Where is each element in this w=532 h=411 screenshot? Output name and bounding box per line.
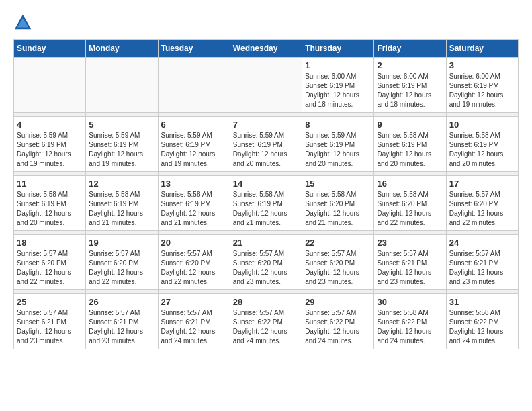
day-number: 9	[377, 120, 443, 130]
day-info: Sunrise: 5:58 AMSunset: 6:19 PMDaylight:…	[89, 190, 154, 228]
day-info: Sunrise: 5:58 AMSunset: 6:19 PMDaylight:…	[449, 131, 515, 169]
day-info: Sunrise: 5:58 AMSunset: 6:19 PMDaylight:…	[161, 190, 227, 228]
calendar-cell: 29Sunrise: 5:57 AMSunset: 6:22 PMDayligh…	[302, 294, 374, 349]
day-number: 13	[161, 179, 227, 189]
day-info: Sunrise: 5:58 AMSunset: 6:19 PMDaylight:…	[233, 190, 299, 228]
day-number: 30	[377, 297, 443, 307]
day-number: 8	[305, 120, 371, 130]
day-info: Sunrise: 5:57 AMSunset: 6:20 PMDaylight:…	[233, 249, 299, 287]
day-number: 29	[305, 297, 371, 307]
calendar-cell: 27Sunrise: 5:57 AMSunset: 6:21 PMDayligh…	[158, 294, 230, 349]
day-number: 20	[161, 238, 227, 248]
day-number: 12	[89, 179, 154, 189]
day-info: Sunrise: 5:58 AMSunset: 6:19 PMDaylight:…	[377, 131, 443, 169]
calendar-header-row: SundayMondayTuesdayWednesdayThursdayFrid…	[14, 40, 519, 58]
calendar-cell: 18Sunrise: 5:57 AMSunset: 6:20 PMDayligh…	[14, 235, 86, 290]
calendar-cell: 21Sunrise: 5:57 AMSunset: 6:20 PMDayligh…	[230, 235, 302, 290]
weekday-header-saturday: Saturday	[446, 40, 518, 58]
calendar-cell	[230, 58, 302, 113]
day-number: 1	[305, 60, 371, 71]
calendar-cell: 3Sunrise: 6:00 AMSunset: 6:19 PMDaylight…	[446, 58, 518, 113]
calendar-cell: 9Sunrise: 5:58 AMSunset: 6:19 PMDaylight…	[374, 117, 446, 172]
day-info: Sunrise: 5:58 AMSunset: 6:20 PMDaylight:…	[305, 190, 371, 228]
calendar-cell	[86, 58, 158, 113]
day-number: 25	[17, 297, 83, 307]
calendar-cell: 8Sunrise: 5:59 AMSunset: 6:19 PMDaylight…	[302, 117, 374, 172]
day-number: 5	[89, 120, 154, 130]
day-info: Sunrise: 5:57 AMSunset: 6:20 PMDaylight:…	[305, 249, 371, 287]
day-number: 24	[449, 238, 515, 248]
day-info: Sunrise: 5:57 AMSunset: 6:21 PMDaylight:…	[89, 308, 154, 346]
calendar-cell: 13Sunrise: 5:58 AMSunset: 6:19 PMDayligh…	[158, 176, 230, 231]
calendar-cell: 23Sunrise: 5:57 AMSunset: 6:21 PMDayligh…	[374, 235, 446, 290]
day-info: Sunrise: 5:58 AMSunset: 6:19 PMDaylight:…	[17, 190, 83, 228]
weekday-header-thursday: Thursday	[302, 40, 374, 58]
weekday-header-tuesday: Tuesday	[158, 40, 230, 58]
day-info: Sunrise: 5:57 AMSunset: 6:21 PMDaylight:…	[449, 249, 515, 287]
day-info: Sunrise: 5:58 AMSunset: 6:22 PMDaylight:…	[449, 308, 515, 346]
day-info: Sunrise: 5:58 AMSunset: 6:20 PMDaylight:…	[377, 190, 443, 228]
calendar-cell: 1Sunrise: 6:00 AMSunset: 6:19 PMDaylight…	[302, 58, 374, 113]
day-info: Sunrise: 5:57 AMSunset: 6:21 PMDaylight:…	[377, 249, 443, 287]
calendar-cell: 14Sunrise: 5:58 AMSunset: 6:19 PMDayligh…	[230, 176, 302, 231]
day-info: Sunrise: 5:57 AMSunset: 6:21 PMDaylight:…	[17, 308, 83, 346]
day-number: 31	[449, 297, 515, 307]
calendar-cell: 5Sunrise: 5:59 AMSunset: 6:19 PMDaylight…	[86, 117, 158, 172]
weekday-header-wednesday: Wednesday	[230, 40, 302, 58]
day-info: Sunrise: 5:57 AMSunset: 6:20 PMDaylight:…	[89, 249, 154, 287]
calendar-cell	[158, 58, 230, 113]
day-info: Sunrise: 5:59 AMSunset: 6:19 PMDaylight:…	[233, 131, 299, 169]
day-number: 19	[89, 238, 154, 248]
day-info: Sunrise: 5:57 AMSunset: 6:20 PMDaylight:…	[161, 249, 227, 287]
day-info: Sunrise: 5:57 AMSunset: 6:22 PMDaylight:…	[233, 308, 299, 346]
calendar-cell: 15Sunrise: 5:58 AMSunset: 6:20 PMDayligh…	[302, 176, 374, 231]
day-number: 23	[377, 238, 443, 248]
weekday-header-friday: Friday	[374, 40, 446, 58]
day-info: Sunrise: 5:57 AMSunset: 6:20 PMDaylight:…	[449, 190, 515, 228]
calendar-cell: 20Sunrise: 5:57 AMSunset: 6:20 PMDayligh…	[158, 235, 230, 290]
calendar-cell: 2Sunrise: 6:00 AMSunset: 6:19 PMDaylight…	[374, 58, 446, 113]
day-number: 21	[233, 238, 299, 248]
day-info: Sunrise: 6:00 AMSunset: 6:19 PMDaylight:…	[305, 72, 371, 109]
calendar-cell: 11Sunrise: 5:58 AMSunset: 6:19 PMDayligh…	[14, 176, 86, 231]
calendar-cell: 19Sunrise: 5:57 AMSunset: 6:20 PMDayligh…	[86, 235, 158, 290]
logo-icon	[13, 13, 32, 32]
day-info: Sunrise: 5:58 AMSunset: 6:22 PMDaylight:…	[377, 308, 443, 346]
page-header	[13, 13, 519, 32]
day-number: 28	[233, 297, 299, 307]
calendar-cell: 26Sunrise: 5:57 AMSunset: 6:21 PMDayligh…	[86, 294, 158, 349]
calendar-week-1: 1Sunrise: 6:00 AMSunset: 6:19 PMDaylight…	[14, 58, 519, 113]
day-info: Sunrise: 5:59 AMSunset: 6:19 PMDaylight:…	[305, 131, 371, 169]
calendar-week-5: 25Sunrise: 5:57 AMSunset: 6:21 PMDayligh…	[14, 294, 519, 349]
calendar-cell: 22Sunrise: 5:57 AMSunset: 6:20 PMDayligh…	[302, 235, 374, 290]
day-number: 17	[449, 179, 515, 189]
logo	[13, 13, 35, 32]
day-number: 10	[449, 120, 515, 130]
calendar-week-4: 18Sunrise: 5:57 AMSunset: 6:20 PMDayligh…	[14, 235, 519, 290]
day-info: Sunrise: 5:59 AMSunset: 6:19 PMDaylight:…	[89, 131, 154, 169]
calendar-cell: 17Sunrise: 5:57 AMSunset: 6:20 PMDayligh…	[446, 176, 518, 231]
day-number: 4	[17, 120, 83, 130]
day-info: Sunrise: 5:57 AMSunset: 6:21 PMDaylight:…	[161, 308, 227, 346]
day-number: 18	[17, 238, 83, 248]
day-number: 16	[377, 179, 443, 189]
calendar-cell: 7Sunrise: 5:59 AMSunset: 6:19 PMDaylight…	[230, 117, 302, 172]
weekday-header-sunday: Sunday	[14, 40, 86, 58]
calendar: SundayMondayTuesdayWednesdayThursdayFrid…	[13, 39, 519, 349]
day-number: 22	[305, 238, 371, 248]
calendar-cell	[14, 58, 86, 113]
day-info: Sunrise: 5:57 AMSunset: 6:20 PMDaylight:…	[17, 249, 83, 287]
calendar-cell: 4Sunrise: 5:59 AMSunset: 6:19 PMDaylight…	[14, 117, 86, 172]
day-number: 11	[17, 179, 83, 189]
day-info: Sunrise: 5:59 AMSunset: 6:19 PMDaylight:…	[161, 131, 227, 169]
calendar-cell: 31Sunrise: 5:58 AMSunset: 6:22 PMDayligh…	[446, 294, 518, 349]
calendar-cell: 16Sunrise: 5:58 AMSunset: 6:20 PMDayligh…	[374, 176, 446, 231]
day-number: 6	[161, 120, 227, 130]
calendar-cell: 10Sunrise: 5:58 AMSunset: 6:19 PMDayligh…	[446, 117, 518, 172]
calendar-cell: 28Sunrise: 5:57 AMSunset: 6:22 PMDayligh…	[230, 294, 302, 349]
day-info: Sunrise: 6:00 AMSunset: 6:19 PMDaylight:…	[377, 72, 443, 109]
calendar-cell: 24Sunrise: 5:57 AMSunset: 6:21 PMDayligh…	[446, 235, 518, 290]
day-number: 3	[449, 60, 515, 71]
calendar-week-3: 11Sunrise: 5:58 AMSunset: 6:19 PMDayligh…	[14, 176, 519, 231]
day-info: Sunrise: 5:57 AMSunset: 6:22 PMDaylight:…	[305, 308, 371, 346]
